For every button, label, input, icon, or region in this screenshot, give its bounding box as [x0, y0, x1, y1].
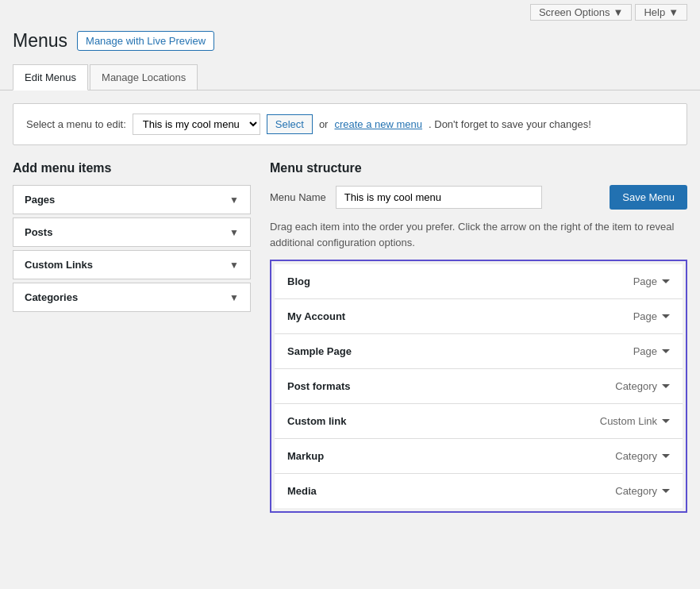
top-bar: Screen Options ▼ Help ▼: [0, 0, 700, 24]
menu-item-my-account-type-text: Page: [633, 310, 657, 322]
add-menu-items-panel: Add menu items Pages ▼ Posts ▼ Custom Li…: [13, 161, 251, 315]
tab-edit-menus-label: Edit Menus: [25, 71, 76, 83]
menu-item-markup-type-text: Category: [615, 450, 657, 462]
menu-item-markup-type: Category: [615, 450, 670, 462]
menu-item-media-type: Category: [615, 485, 670, 497]
accordion-pages: Pages ▼: [13, 185, 251, 214]
live-preview-label: Manage with Live Preview: [86, 35, 206, 47]
menu-item-my-account-type: Page: [633, 310, 670, 322]
menu-structure-title: Menu structure: [270, 161, 687, 175]
menu-item-custom-link-type-text: Custom Link: [600, 415, 657, 427]
screen-options-button[interactable]: Screen Options ▼: [530, 4, 632, 21]
help-chevron-icon: ▼: [668, 6, 679, 18]
accordion-posts-header[interactable]: Posts ▼: [13, 218, 250, 246]
menu-item-media[interactable]: Media Category: [275, 474, 683, 508]
accordion-custom-links-label: Custom Links: [25, 259, 93, 271]
menu-item-post-formats-chevron-icon: [662, 384, 670, 388]
menu-structure-header: Menu Name Save Menu: [270, 185, 687, 210]
menu-item-sample-page[interactable]: Sample Page Page: [275, 334, 683, 369]
menu-name-input[interactable]: [336, 186, 542, 209]
menu-item-custom-link-chevron-icon: [662, 419, 670, 423]
menu-item-blog-chevron-icon: [662, 279, 670, 283]
page-header: Menus Manage with Live Preview: [0, 24, 700, 52]
menu-item-my-account-chevron-icon: [662, 314, 670, 318]
menu-item-my-account-label: My Account: [287, 310, 345, 322]
menu-item-post-formats-type-text: Category: [615, 380, 657, 392]
page-title: Menus: [13, 30, 67, 52]
select-menu-bar: Select a menu to edit: This is my cool m…: [13, 103, 687, 145]
menu-item-blog[interactable]: Blog Page: [275, 264, 683, 299]
two-col-layout: Add menu items Pages ▼ Posts ▼ Custom Li…: [13, 161, 687, 513]
accordion-posts-label: Posts: [25, 226, 52, 238]
tab-manage-locations[interactable]: Manage Locations: [90, 64, 198, 90]
menu-items-container: Blog Page My Account Page Sample Page: [270, 260, 687, 513]
tab-manage-locations-label: Manage Locations: [102, 71, 186, 83]
menu-name-label: Menu Name: [270, 191, 326, 203]
tab-edit-menus[interactable]: Edit Menus: [13, 64, 88, 90]
menu-item-custom-link-type: Custom Link: [600, 415, 670, 427]
accordion-posts: Posts ▼: [13, 218, 251, 247]
drag-hint-text: Drag each item into the order you prefer…: [270, 219, 687, 250]
accordion-custom-links-header[interactable]: Custom Links ▼: [13, 251, 250, 279]
menu-item-markup-chevron-icon: [662, 454, 670, 458]
menu-item-sample-page-type: Page: [633, 345, 670, 357]
create-new-menu-link[interactable]: create a new menu: [334, 118, 422, 130]
accordion-categories-chevron-icon: ▼: [229, 292, 239, 303]
screen-options-chevron-icon: ▼: [613, 6, 624, 18]
menu-item-sample-page-label: Sample Page: [287, 345, 352, 357]
menu-item-post-formats-type: Category: [615, 380, 670, 392]
menu-item-sample-page-chevron-icon: [662, 349, 670, 353]
live-preview-button[interactable]: Manage with Live Preview: [77, 31, 214, 51]
menu-item-media-label: Media: [287, 485, 317, 497]
accordion-custom-links: Custom Links ▼: [13, 250, 251, 279]
menu-item-custom-link[interactable]: Custom link Custom Link: [275, 404, 683, 439]
menu-item-markup[interactable]: Markup Category: [275, 439, 683, 474]
accordion-posts-chevron-icon: ▼: [229, 227, 239, 238]
tabs-bar: Edit Menus Manage Locations: [0, 58, 700, 90]
menu-item-my-account[interactable]: My Account Page: [275, 299, 683, 334]
help-label: Help: [644, 6, 665, 18]
menu-item-media-chevron-icon: [662, 489, 670, 493]
menu-item-markup-label: Markup: [287, 450, 324, 462]
save-menu-button[interactable]: Save Menu: [610, 185, 687, 210]
menu-item-blog-type-text: Page: [633, 275, 657, 287]
help-button[interactable]: Help ▼: [635, 4, 687, 21]
accordion-custom-links-chevron-icon: ▼: [229, 260, 239, 271]
menu-item-blog-type: Page: [633, 275, 670, 287]
accordion-categories-label: Categories: [25, 291, 78, 303]
screen-options-label: Screen Options: [539, 6, 610, 18]
menu-item-post-formats-label: Post formats: [287, 380, 350, 392]
menu-item-media-type-text: Category: [615, 485, 657, 497]
menu-item-sample-page-type-text: Page: [633, 345, 657, 357]
accordion-categories-header[interactable]: Categories ▼: [13, 283, 250, 311]
accordion-categories: Categories ▼: [13, 283, 251, 312]
or-text: or: [319, 118, 329, 130]
accordion-pages-label: Pages: [25, 194, 55, 206]
menu-item-post-formats[interactable]: Post formats Category: [275, 369, 683, 404]
content-area: Select a menu to edit: This is my cool m…: [0, 90, 700, 525]
select-menu-button[interactable]: Select: [267, 114, 313, 134]
select-menu-label: Select a menu to edit:: [26, 118, 126, 130]
menu-item-blog-label: Blog: [287, 275, 310, 287]
accordion-pages-header[interactable]: Pages ▼: [13, 186, 250, 214]
menu-structure-panel: Menu structure Menu Name Save Menu Drag …: [270, 161, 687, 513]
menu-item-custom-link-label: Custom link: [287, 415, 346, 427]
menu-select-dropdown[interactable]: This is my cool menu: [133, 114, 260, 135]
add-menu-items-title: Add menu items: [13, 161, 251, 175]
accordion-pages-chevron-icon: ▼: [229, 194, 239, 206]
save-reminder-text: . Don't forget to save your changes!: [429, 118, 591, 130]
